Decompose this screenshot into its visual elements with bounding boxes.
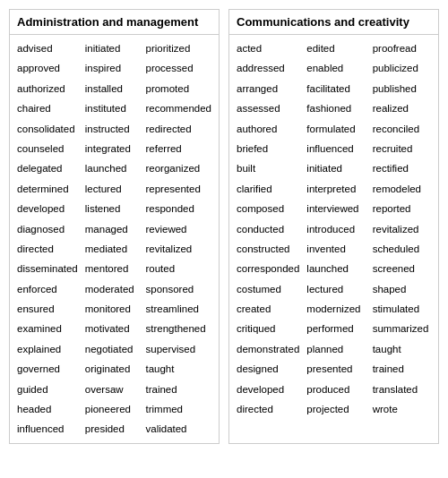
word-cell: motivated	[82, 319, 142, 338]
word-cell: inspired	[82, 58, 142, 78]
word-cell: developed	[13, 199, 82, 218]
word-cell: determined	[13, 179, 82, 199]
section-title-admin: Administration and management	[10, 10, 219, 35]
word-cell: sponsored	[142, 279, 215, 299]
word-cell: lectured	[82, 179, 142, 199]
word-cell: composed	[233, 199, 303, 218]
word-cell: delegated	[13, 158, 82, 178]
word-cell: mentored	[82, 259, 142, 278]
word-cell: briefed	[233, 139, 303, 158]
words-grid-admin: advisedinitiatedprioritizedapprovedinspi…	[10, 35, 219, 443]
word-cell: trained	[369, 359, 435, 379]
word-cell: trimmed	[142, 399, 215, 419]
word-cell: launched	[303, 259, 368, 278]
word-cell: publicized	[369, 58, 435, 78]
word-cell: introduced	[303, 219, 368, 239]
word-cell: conducted	[233, 219, 303, 239]
word-cell: summarized	[369, 319, 435, 338]
word-cell: acted	[233, 38, 303, 58]
word-cell: addressed	[233, 58, 303, 78]
word-cell: produced	[303, 380, 368, 399]
word-cell: scheduled	[369, 239, 435, 259]
word-cell: pioneered	[82, 399, 142, 419]
word-cell: approved	[13, 58, 82, 78]
word-cell: represented	[142, 179, 215, 199]
word-cell: performed	[303, 319, 368, 338]
word-cell: edited	[303, 38, 368, 58]
word-cell: facilitated	[303, 79, 368, 98]
word-cell: initiated	[82, 38, 142, 58]
word-cell: disseminated	[13, 259, 82, 278]
word-cell: taught	[142, 359, 215, 379]
word-cell: wrote	[369, 399, 435, 419]
word-cell: modernized	[303, 299, 368, 319]
word-cell: governed	[13, 359, 82, 379]
word-cell: prioritized	[142, 38, 215, 58]
word-cell: advised	[13, 38, 82, 58]
word-cell: projected	[303, 399, 368, 419]
word-cell: examined	[13, 319, 82, 338]
word-cell: routed	[142, 259, 215, 278]
word-cell: reconciled	[369, 119, 435, 139]
section-comms: Communications and creativityactededited…	[228, 9, 439, 444]
word-cell: costumed	[233, 279, 303, 299]
word-cell: listened	[82, 199, 142, 218]
word-cell: published	[369, 79, 435, 98]
word-cell: taught	[369, 339, 435, 359]
word-cell: headed	[13, 399, 82, 419]
word-cell: revitalized	[142, 239, 215, 259]
word-cell: managed	[82, 219, 142, 239]
word-cell: chaired	[13, 98, 82, 118]
word-cell: redirected	[142, 119, 215, 139]
word-cell: explained	[13, 339, 82, 359]
word-cell: enabled	[303, 58, 368, 78]
word-cell: monitored	[82, 299, 142, 319]
word-cell: revitalized	[369, 219, 435, 239]
word-cell: constructed	[233, 239, 303, 259]
main-container: Administration and managementadvisedinit…	[9, 9, 439, 444]
word-cell: trained	[142, 380, 215, 399]
word-cell: stimulated	[369, 299, 435, 319]
word-cell: influenced	[303, 139, 368, 158]
word-cell: installed	[82, 79, 142, 98]
word-cell: consolidated	[13, 119, 82, 139]
word-cell: presented	[303, 359, 368, 379]
word-cell: recruited	[369, 139, 435, 158]
word-cell: clarified	[233, 179, 303, 199]
word-cell: created	[233, 299, 303, 319]
word-cell: counseled	[13, 139, 82, 158]
word-cell: mediated	[82, 239, 142, 259]
word-cell: supervised	[142, 339, 215, 359]
word-cell: instructed	[82, 119, 142, 139]
word-cell: recommended	[142, 98, 215, 118]
word-cell: assessed	[233, 98, 303, 118]
word-cell: remodeled	[369, 179, 435, 199]
word-cell: authored	[233, 119, 303, 139]
word-cell: translated	[369, 380, 435, 399]
word-cell: influenced	[13, 419, 82, 439]
word-cell: planned	[303, 339, 368, 359]
word-cell: proofread	[369, 38, 435, 58]
word-cell: referred	[142, 139, 215, 158]
word-cell: formulated	[303, 119, 368, 139]
word-cell: directed	[233, 399, 303, 419]
word-cell: strengthened	[142, 319, 215, 338]
word-cell: launched	[82, 158, 142, 178]
section-admin: Administration and managementadvisedinit…	[9, 9, 220, 444]
word-cell: responded	[142, 199, 215, 218]
word-cell: promoted	[142, 79, 215, 98]
word-cell: authorized	[13, 79, 82, 98]
word-cell: critiqued	[233, 319, 303, 338]
word-cell: presided	[82, 419, 142, 439]
word-cell: interpreted	[303, 179, 368, 199]
word-cell: fashioned	[303, 98, 368, 118]
section-title-comms: Communications and creativity	[229, 10, 438, 35]
word-cell: guided	[13, 380, 82, 399]
word-cell: reorganized	[142, 158, 215, 178]
word-cell: realized	[369, 98, 435, 118]
word-cell: reported	[369, 199, 435, 218]
word-cell: integrated	[82, 139, 142, 158]
word-cell: shaped	[369, 279, 435, 299]
word-cell: streamlined	[142, 299, 215, 319]
word-cell: ensured	[13, 299, 82, 319]
